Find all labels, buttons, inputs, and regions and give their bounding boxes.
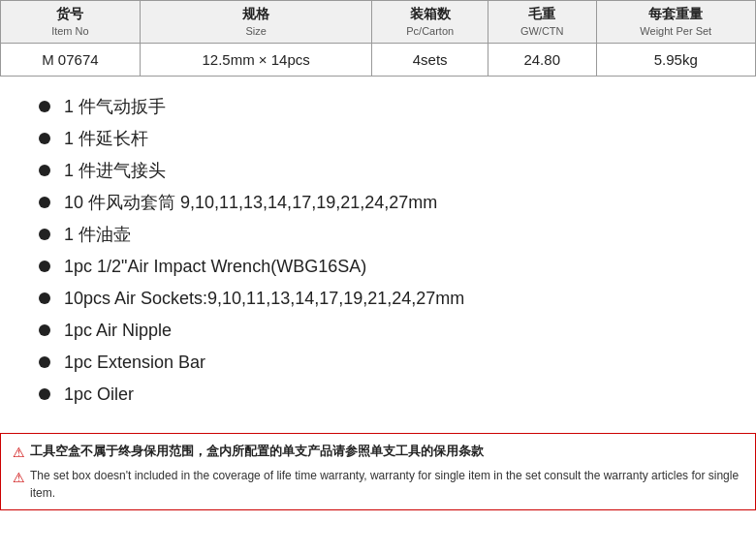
warning-line-en: ⚠ The set box doesn't included in the co… <box>13 467 743 502</box>
list-item: 1pc Extension Bar <box>39 350 727 376</box>
bullet-text: 1pc 1/2"Air Impact Wrench(WBG16SA) <box>64 254 366 280</box>
main-container: 货号 Item No 规格 Size 装箱数 Pc/Carton 毛重 GW/C… <box>0 0 756 510</box>
col-sub-label-weight-per-set: Weight Per Set <box>605 24 747 39</box>
col-header-item-no: 货号 Item No <box>1 1 141 44</box>
bullet-text: 1pc Air Nipple <box>64 318 172 344</box>
bullet-text: 1pc Oiler <box>64 382 134 408</box>
bullet-text: 10 件风动套筒 9,10,11,13,14,17,19,21,24,27mm <box>64 190 437 216</box>
bullet-dot <box>39 356 50 368</box>
list-item: 1 件气动扳手 <box>39 94 727 120</box>
col-sub-label-pc-carton: Pc/Carton <box>380 24 479 39</box>
bullet-text: 10pcs Air Sockets:9,10,11,13,14,17,19,21… <box>64 286 464 312</box>
list-item: 1 件进气接头 <box>39 158 727 184</box>
list-item: 10 件风动套筒 9,10,11,13,14,17,19,21,24,27mm <box>39 190 727 216</box>
list-item: 1 件延长杆 <box>39 126 727 152</box>
list-item: 1pc 1/2"Air Impact Wrench(WBG16SA) <box>39 254 727 280</box>
warning-line-cn: ⚠ 工具空盒不属于终身保用范围，盒内所配置的单支产品请参照单支工具的保用条款 <box>13 442 743 463</box>
bullet-dot <box>39 197 50 208</box>
table-header-row: 货号 Item No 规格 Size 装箱数 Pc/Carton 毛重 GW/C… <box>1 1 756 44</box>
table-data-row: M 07674 12.5mm × 14pcs 4sets 24.80 5.95k… <box>1 43 756 76</box>
warning-text-en: The set box doesn't included in the cove… <box>30 467 743 502</box>
col-main-label-pc-carton: 装箱数 <box>380 5 479 24</box>
bullet-dot <box>39 165 50 176</box>
col-sub-label-gw-ctn: GW/CTN <box>496 24 588 39</box>
bullet-dot <box>39 261 50 272</box>
cell-size: 12.5mm × 14pcs <box>140 43 372 76</box>
col-header-size: 规格 Size <box>140 1 372 44</box>
list-item: 1pc Air Nipple <box>39 318 727 344</box>
bullet-dot <box>39 101 50 112</box>
warning-icon-en: ⚠ <box>13 468 25 488</box>
warning-section: ⚠ 工具空盒不属于终身保用范围，盒内所配置的单支产品请参照单支工具的保用条款 ⚠… <box>0 433 756 510</box>
col-main-label-size: 规格 <box>148 5 364 24</box>
warning-text-cn: 工具空盒不属于终身保用范围，盒内所配置的单支产品请参照单支工具的保用条款 <box>30 442 484 461</box>
col-header-weight-per-set: 每套重量 Weight Per Set <box>596 1 755 44</box>
col-header-pc-carton: 装箱数 Pc/Carton <box>372 1 488 44</box>
bullet-text: 1 件进气接头 <box>64 158 166 184</box>
product-table: 货号 Item No 规格 Size 装箱数 Pc/Carton 毛重 GW/C… <box>0 0 756 77</box>
cell-item-no: M 07674 <box>1 43 141 76</box>
list-item: 1pc Oiler <box>39 382 727 408</box>
bullet-dot <box>39 292 50 304</box>
col-main-label-gw-ctn: 毛重 <box>496 5 588 24</box>
col-sub-label-size: Size <box>148 24 364 39</box>
bullet-text: 1 件油壶 <box>64 222 131 248</box>
warning-icon-cn: ⚠ <box>13 443 25 463</box>
bullet-list: 1 件气动扳手1 件延长杆1 件进气接头10 件风动套筒 9,10,11,13,… <box>0 77 756 423</box>
list-item: 10pcs Air Sockets:9,10,11,13,14,17,19,21… <box>39 286 727 312</box>
bullet-text: 1pc Extension Bar <box>64 350 205 376</box>
bullet-dot <box>39 388 50 400</box>
bullet-text: 1 件气动扳手 <box>64 94 166 120</box>
list-item: 1 件油壶 <box>39 222 727 248</box>
bullet-dot <box>39 324 50 336</box>
cell-weight-per-set: 5.95kg <box>596 43 755 76</box>
cell-pc-carton: 4sets <box>372 43 488 76</box>
col-sub-label-item-no: Item No <box>9 24 132 39</box>
bullet-dot <box>39 229 50 240</box>
col-header-gw-ctn: 毛重 GW/CTN <box>488 1 596 44</box>
cell-gw-ctn: 24.80 <box>488 43 596 76</box>
col-main-label-weight-per-set: 每套重量 <box>605 5 747 24</box>
bullet-dot <box>39 133 50 144</box>
col-main-label-item-no: 货号 <box>9 5 132 24</box>
bullet-text: 1 件延长杆 <box>64 126 148 152</box>
